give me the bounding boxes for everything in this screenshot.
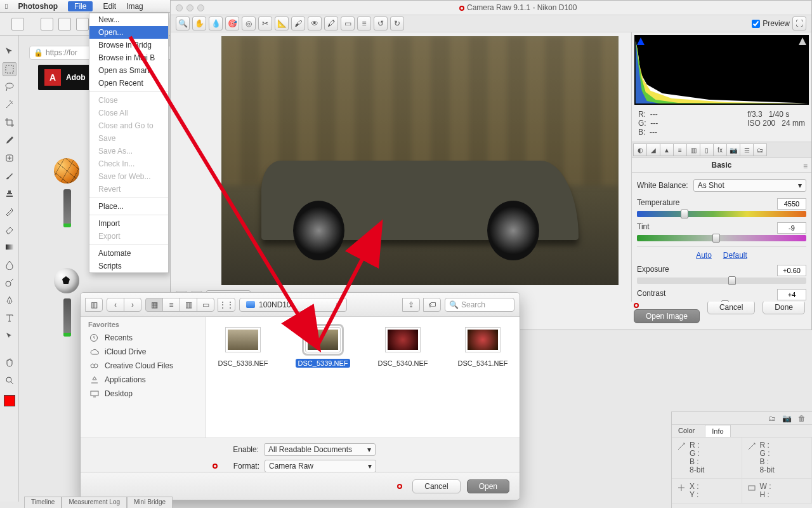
fav-apps[interactable]: Applications xyxy=(88,373,198,387)
type-tool-icon[interactable] xyxy=(3,311,16,325)
file-import[interactable]: Import xyxy=(89,217,168,230)
fav-desktop[interactable]: Desktop xyxy=(88,387,198,401)
file-item[interactable]: DSC_5341.NEF xyxy=(452,327,513,438)
tab-measurement[interactable]: Measurement Log xyxy=(62,497,127,508)
crop-tool-icon[interactable] xyxy=(3,116,16,130)
cr-redeye-icon[interactable]: 👁 xyxy=(308,17,322,30)
path-select-icon[interactable] xyxy=(3,329,16,343)
slider-widget-b[interactable] xyxy=(63,298,71,337)
eyedropper-tool-icon[interactable] xyxy=(3,133,16,147)
wand-tool-icon[interactable] xyxy=(3,98,16,112)
file-item[interactable]: DSC_5338.NEF xyxy=(213,327,273,438)
file-open-recent[interactable]: Open Recent xyxy=(89,77,168,90)
slider-temperature[interactable]: Temperature xyxy=(637,198,806,217)
cr-adjust-brush-icon[interactable]: 🖍 xyxy=(324,17,338,30)
tab-split-icon[interactable]: ▥ xyxy=(686,144,700,156)
open-image-button[interactable]: Open Image xyxy=(634,309,700,323)
slider-widget-a[interactable] xyxy=(63,189,71,227)
opt-c-icon[interactable] xyxy=(76,18,89,30)
cr-crop-icon[interactable]: ✂ xyxy=(258,17,272,30)
fav-icloud[interactable]: iCloud Drive xyxy=(88,345,198,359)
slider-exposure[interactable]: Exposure xyxy=(637,265,806,284)
slider-tint[interactable]: Tint xyxy=(637,222,806,241)
contrast-input[interactable] xyxy=(777,289,806,300)
tab-lens-icon[interactable]: ▯ xyxy=(700,144,714,156)
file-export[interactable]: Export xyxy=(89,230,168,243)
default-link[interactable]: Default xyxy=(723,251,747,260)
heal-tool-icon[interactable] xyxy=(3,151,16,165)
menu-image[interactable]: Imag xyxy=(126,2,143,11)
cr-rotate-ccw-icon[interactable]: ↺ xyxy=(374,17,388,30)
auto-link[interactable]: Auto xyxy=(696,251,712,260)
tab-fx-icon[interactable]: fx xyxy=(713,144,727,156)
temperature-input[interactable] xyxy=(777,198,806,210)
file-checkin[interactable]: Check In... xyxy=(89,157,168,170)
fav-recents[interactable]: Recents xyxy=(88,331,198,345)
panel-menu-icon[interactable]: ≡ xyxy=(803,162,808,171)
nav-back-icon[interactable]: ‹ xyxy=(107,298,124,312)
tab-minibridge[interactable]: Mini Bridge xyxy=(127,497,173,508)
file-close-goto[interactable]: Close and Go to xyxy=(89,119,168,132)
cr-fullscreen-icon[interactable]: ⛶ xyxy=(792,17,806,30)
slider-contrast[interactable]: Contrast xyxy=(637,289,806,302)
histogram[interactable] xyxy=(634,35,809,105)
sidebar-toggle-icon[interactable]: ▥ xyxy=(85,298,103,312)
foreground-swatch-icon[interactable] xyxy=(4,395,15,406)
pen-tool-icon[interactable] xyxy=(3,293,16,307)
cr-radial-icon[interactable]: ≡ xyxy=(357,17,371,30)
file-close[interactable]: Close xyxy=(89,94,168,107)
tab-basic-icon[interactable]: ◐ xyxy=(633,144,647,156)
view-list-icon[interactable]: ≡ xyxy=(162,298,180,312)
tab-hsl-icon[interactable]: ≡ xyxy=(673,144,687,156)
stamp-tool-icon[interactable] xyxy=(3,187,16,201)
file-new[interactable]: New... xyxy=(89,13,168,26)
traffic-lights-icon[interactable] xyxy=(176,4,204,11)
menu-file[interactable]: File xyxy=(68,1,93,11)
marquee-tool-icon[interactable] xyxy=(3,62,16,76)
cr-straighten-icon[interactable]: 📐 xyxy=(275,17,289,30)
marquee-mode-icon[interactable] xyxy=(11,18,24,30)
file-item[interactable]: DSC_5340.NEF xyxy=(372,327,433,438)
file-open-smart[interactable]: Open as Smart xyxy=(89,64,168,77)
gradient-tool-icon[interactable] xyxy=(3,240,16,254)
share-icon[interactable]: ⇪ xyxy=(402,298,420,312)
exposure-input[interactable] xyxy=(777,265,806,276)
menu-edit[interactable]: Edit xyxy=(103,2,116,11)
blur-tool-icon[interactable] xyxy=(3,258,16,272)
file-save-as[interactable]: Save As... xyxy=(89,145,168,157)
eraser-tool-icon[interactable] xyxy=(3,222,16,236)
preview-checkbox[interactable]: Preview xyxy=(752,19,790,28)
finder-open-button[interactable]: Open xyxy=(467,479,509,493)
lasso-tool-icon[interactable] xyxy=(3,80,16,94)
cancel-button[interactable]: Cancel xyxy=(707,300,755,314)
zoom-tool-icon[interactable] xyxy=(3,373,16,387)
done-button[interactable]: Done xyxy=(763,300,805,314)
tab-detail-icon[interactable]: ▲ xyxy=(660,144,674,156)
file-browse-mini[interactable]: Browse in Mini B xyxy=(89,51,168,64)
cr-hand-icon[interactable]: ✋ xyxy=(192,17,206,30)
opt-b-icon[interactable] xyxy=(58,18,71,30)
tab-curve-icon[interactable]: ◢ xyxy=(646,144,660,156)
view-icons-icon[interactable]: ▦ xyxy=(145,298,163,312)
move-tool-icon[interactable] xyxy=(3,44,16,58)
hand-tool-icon[interactable] xyxy=(3,356,16,370)
format-select[interactable]: Camera Raw▾ xyxy=(265,460,376,472)
history-brush-icon[interactable] xyxy=(3,204,16,218)
tab-camera-icon[interactable]: 📷 xyxy=(726,144,740,156)
tab-info[interactable]: Info xyxy=(705,425,730,437)
file-save[interactable]: Save xyxy=(89,132,168,145)
folder-select[interactable]: 100ND10▾ xyxy=(239,298,347,312)
file-browse-bridge[interactable]: Browse in Bridg xyxy=(89,39,168,51)
enable-select[interactable]: All Readable Documents▾ xyxy=(264,443,376,456)
apple-icon[interactable] xyxy=(5,2,8,11)
tab-presets-icon[interactable]: ☰ xyxy=(740,144,754,156)
fav-cc[interactable]: Creative Cloud Files xyxy=(88,359,198,373)
tags-icon[interactable]: 🏷 xyxy=(423,298,441,312)
group-icon[interactable]: ⋮⋮ xyxy=(218,298,235,312)
cr-rotate-cw-icon[interactable]: ↻ xyxy=(390,17,404,30)
cr-preview-image[interactable] xyxy=(221,36,619,285)
tint-input[interactable] xyxy=(777,222,806,234)
view-columns-icon[interactable]: ▥ xyxy=(180,298,197,312)
camera-icon[interactable]: 📷 xyxy=(782,414,792,423)
tab-timeline[interactable]: Timeline xyxy=(24,497,62,508)
